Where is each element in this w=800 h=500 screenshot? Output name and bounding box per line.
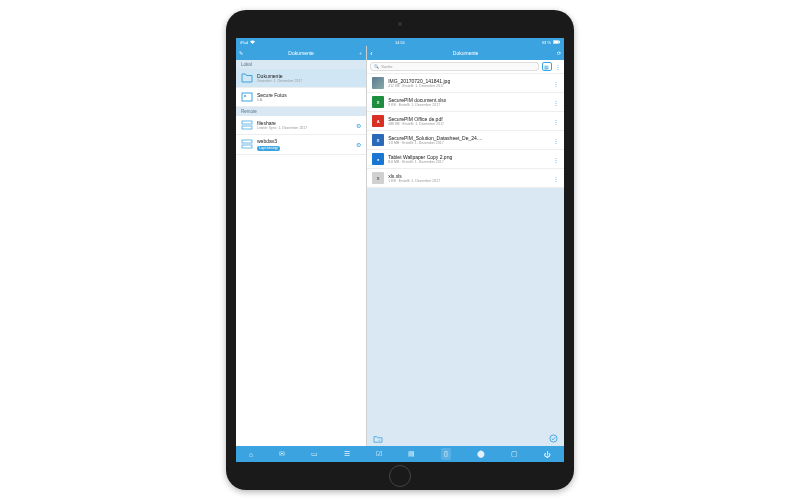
section-label-local: Lokal [236, 60, 366, 69]
more-icon[interactable]: ⋮ [553, 156, 559, 163]
file-row[interactable]: XSecurePIM document.xlsx9 KB · Erstellt:… [367, 93, 564, 112]
tab-contacts[interactable]: ☰ [344, 450, 350, 458]
grid-toggle-button[interactable]: ▦ [542, 62, 552, 71]
battery-icon [553, 40, 560, 45]
file-meta: 1 KB · Erstellt: 1. Dezember 2017 [388, 179, 549, 183]
more-icon[interactable]: ⋮ [553, 99, 559, 106]
tab-settings[interactable]: ⏻ [544, 451, 551, 458]
edit-icon[interactable]: ✎ [239, 50, 243, 56]
file-thumb-png-icon: ● [372, 153, 384, 165]
clock: 14:51 [395, 40, 405, 45]
new-folder-icon[interactable]: + [373, 435, 383, 444]
right-pane-header: ‹ Dokumente ⟳ [367, 46, 564, 60]
home-button[interactable] [389, 465, 411, 487]
svg-point-10 [550, 435, 557, 442]
file-thumb-xlsx-icon: X [372, 96, 384, 108]
sidebar-item-sub: k.A. [257, 98, 361, 102]
svg-rect-8 [242, 145, 252, 148]
svg-rect-5 [242, 121, 252, 124]
tab-notes[interactable]: ▤ [408, 450, 415, 458]
server-icon [241, 119, 253, 131]
search-placeholder: Suche [381, 64, 392, 69]
login-required-badge: Login benötigt [257, 146, 280, 151]
battery-pct: 93 % [542, 40, 551, 45]
file-thumb-img-icon [372, 77, 384, 89]
more-icon[interactable]: ⋮ [553, 118, 559, 125]
more-icon[interactable]: ⋮ [553, 137, 559, 144]
ipad-device-frame: iPad 14:51 93 % ✎ Dokumente ＋ [226, 10, 574, 490]
more-icon[interactable]: ⋮ [553, 175, 559, 182]
right-pane: ‹ Dokumente ⟳ 🔍 Suche ▦ ⋮ IMG_20170720_1… [367, 46, 564, 446]
chevron-left-icon[interactable]: ‹ [370, 50, 372, 57]
svg-rect-2 [559, 41, 560, 43]
server-icon [241, 138, 253, 150]
right-pane-footer: + [367, 432, 564, 446]
screen: iPad 14:51 93 % ✎ Dokumente ＋ [236, 38, 564, 462]
search-icon: 🔍 [374, 64, 379, 69]
file-meta: 1.0 MB · Erstellt: 1. Dezember 2017 [388, 141, 549, 145]
sidebar-item-webdav3[interactable]: webdav3 Login benötigt ⚙ [236, 135, 366, 155]
more-icon[interactable]: ⋮ [553, 80, 559, 87]
tab-browser[interactable]: ⬤ [477, 450, 485, 458]
status-bar: iPad 14:51 93 % [236, 38, 564, 46]
tab-bar: ⌂ ✉ ▭ ☰ ☑ ▤ ▯ ⬤ ▢ ⏻ [236, 446, 564, 462]
file-thumb-xlsx2-icon: X [372, 134, 384, 146]
tab-key[interactable]: ⌂ [249, 451, 253, 458]
svg-rect-3 [242, 93, 252, 101]
empty-area [367, 188, 564, 432]
file-thumb-xls-icon: X [372, 172, 384, 184]
tab-documents[interactable]: ▯ [441, 448, 451, 460]
sidebar-item-sub: Letzter Sync: 1. Dezember 2017 [257, 126, 352, 130]
tab-calendar[interactable]: ▭ [311, 450, 318, 458]
refresh-icon[interactable]: ⟳ [557, 50, 561, 56]
sidebar-item-sub: Geändert: 1. Dezember 2017 [257, 79, 361, 83]
file-meta: 9 KB · Erstellt: 1. Dezember 2017 [388, 103, 549, 107]
search-row: 🔍 Suche ▦ ⋮ [367, 60, 564, 74]
circle-check-icon[interactable] [549, 434, 558, 444]
right-pane-title: Dokumente [453, 50, 479, 56]
photos-icon [241, 91, 253, 103]
search-input[interactable]: 🔍 Suche [370, 62, 539, 71]
svg-rect-7 [242, 140, 252, 143]
file-list: IMG_20170720_141841.jpg412 KB · Erstellt… [367, 74, 564, 188]
sidebar-item-secure-fotos[interactable]: Secure Fotos k.A. [236, 88, 366, 107]
gear-icon[interactable]: ⚙ [356, 141, 361, 148]
file-meta: 8.0 MB · Erstellt: 1. Dezember 2017 [388, 160, 549, 164]
file-row[interactable]: Xxls.xls1 KB · Erstellt: 1. Dezember 201… [367, 169, 564, 188]
wifi-icon [250, 40, 255, 45]
left-pane-header: ✎ Dokumente ＋ [236, 46, 366, 60]
left-pane: ✎ Dokumente ＋ Lokal Dokumente Geändert: … [236, 46, 367, 446]
file-row[interactable]: XSecurePIM_Solution_Datasheet_De_24....1… [367, 131, 564, 150]
left-pane-title: Dokumente [288, 50, 314, 56]
gear-icon[interactable]: ⚙ [356, 122, 361, 129]
section-label-remote: Remote [236, 107, 366, 116]
svg-rect-6 [242, 126, 252, 129]
tab-camera[interactable]: ▢ [511, 450, 518, 458]
file-meta: 412 KB · Erstellt: 1. Dezember 2017 [388, 84, 549, 88]
file-meta: 486 KB · Erstellt: 1. Dezember 2017 [388, 122, 549, 126]
more-icon[interactable]: ⋮ [555, 63, 561, 70]
device-label: iPad [240, 40, 248, 45]
sidebar-item-fileshare[interactable]: fileshare Letzter Sync: 1. Dezember 2017… [236, 116, 366, 135]
front-camera [398, 22, 402, 26]
svg-rect-1 [554, 40, 559, 43]
tab-tasks[interactable]: ☑ [376, 450, 382, 458]
sidebar-item-dokumente[interactable]: Dokumente Geändert: 1. Dezember 2017 [236, 69, 366, 88]
tab-mail[interactable]: ✉ [279, 450, 285, 458]
file-thumb-pdf-icon: A [372, 115, 384, 127]
folder-icon [241, 72, 253, 84]
file-row[interactable]: ●Tablet Wallpaper Copy 2.png8.0 MB · Ers… [367, 150, 564, 169]
file-row[interactable]: IMG_20170720_141841.jpg412 KB · Erstellt… [367, 74, 564, 93]
add-icon[interactable]: ＋ [358, 50, 363, 56]
file-row[interactable]: ASecurePIM Office de.pdf486 KB · Erstell… [367, 112, 564, 131]
svg-point-4 [244, 95, 246, 97]
